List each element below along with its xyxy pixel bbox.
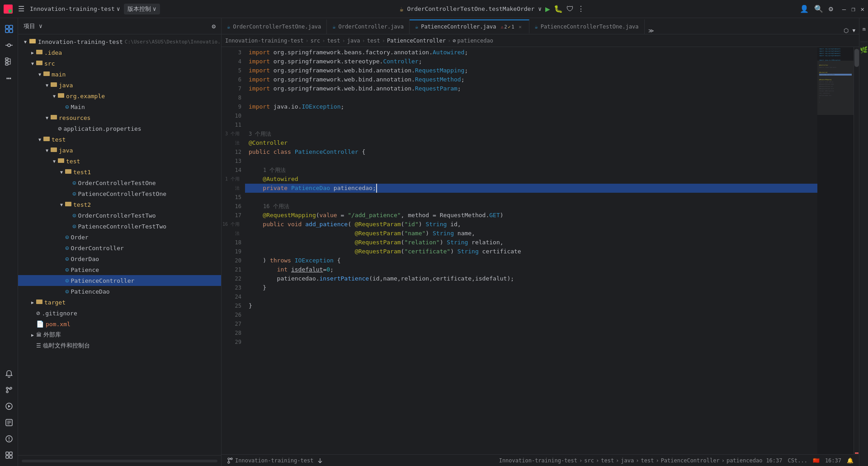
tree-item-patience-controller[interactable]: ▶ ⊙ PatienceController (18, 275, 221, 286)
tree-item-root[interactable]: ▼ Innovation-training-test C:\Users\ASUS… (18, 36, 221, 47)
warn-count: 1 (512, 24, 514, 29)
vcs-button[interactable]: 版本控制 ∨ (124, 4, 160, 14)
tree-label-temp-files: 临时文件和控制台 (43, 342, 90, 350)
tab-close-button[interactable]: ✕ (517, 24, 524, 30)
tab-order-controller[interactable]: ☕ OrderController.java (327, 19, 410, 34)
svg-rect-1 (9, 5, 12, 9)
code-line-16: private PatienceDao patiencedao; (245, 184, 817, 193)
tree-item-order-controller[interactable]: ▶ ⊙ OrderController (18, 243, 221, 253)
status-field[interactable]: patiencedao (726, 457, 762, 464)
split-editor-icon[interactable]: ⬡ (844, 27, 849, 34)
line-numbers: 3 4 5 6 7 8 9 10 11 3 个用法 12 13 14 1 个用法… (222, 47, 245, 454)
settings-button[interactable]: ⚙ (829, 5, 833, 13)
debug-button[interactable]: 🐛 (554, 5, 563, 13)
status-line-col[interactable]: 16:37 (766, 457, 782, 464)
menu-button[interactable]: ☰ (16, 3, 26, 15)
close-button[interactable]: ✕ (861, 5, 864, 13)
rs-maven-icon[interactable]: m (855, 25, 868, 33)
scrollbar-thumb[interactable] (854, 49, 859, 67)
status-vcs-sync[interactable] (317, 457, 323, 464)
tree-item-test2[interactable]: ▼ test2 (18, 199, 221, 210)
notifications-icon[interactable] (2, 366, 16, 381)
tree-item-order-controller-test-one[interactable]: ▶ ⊙ OrderControllerTestOne (18, 177, 221, 188)
tree-item-test[interactable]: ▼ test (18, 134, 221, 145)
svg-point-19 (10, 387, 12, 389)
error-marker (855, 452, 859, 454)
breadcrumb-test[interactable]: test (327, 38, 340, 44)
status-project[interactable]: Innovation-training-test (499, 457, 577, 464)
tree-item-patience-controller-test-two[interactable]: ▶ ⊙ PatienceControllerTestTwo (18, 221, 221, 232)
run-toolbar-icon[interactable] (2, 399, 16, 414)
tree-item-resources[interactable]: ▼ resources (18, 112, 221, 123)
tree-item-order-controller-test-two[interactable]: ▶ ⊙ OrderControllerTestTwo (18, 210, 221, 221)
global-search-button[interactable]: 🔍 (814, 5, 823, 13)
status-src[interactable]: src (584, 457, 594, 464)
tab-icon-order-controller: ☕ (332, 24, 335, 30)
problems-icon[interactable] (2, 432, 16, 446)
minimize-button[interactable]: — (842, 5, 846, 13)
tree-item-temp-files[interactable]: ▶ ☰ 临时文件和控制台 (18, 340, 221, 351)
tree-item-patience-controller-test-one[interactable]: ▶ ⊙ PatienceControllerTestOne (18, 188, 221, 199)
tree-item-order-dao[interactable]: ▶ ⊙ OrderDao (18, 253, 221, 264)
structure-icon[interactable] (2, 54, 16, 69)
status-controller[interactable]: PatienceController (661, 457, 720, 464)
tree-item-external-libs[interactable]: ▶ 🏛 外部库 (18, 329, 221, 340)
coverage-button[interactable]: 🛡 (566, 5, 574, 13)
svg-rect-39 (36, 61, 38, 62)
tree-label-java-test: java (59, 147, 73, 154)
tree-item-app-properties[interactable]: ▶ ⊘ application.properties (18, 123, 221, 134)
tree-item-org-example[interactable]: ▼ org.example (18, 90, 221, 101)
tabs-bar: ☕ OrderControllerTestOne.java ☕ OrderCon… (222, 18, 859, 34)
tree-item-src[interactable]: ▼ src (18, 58, 221, 69)
status-test-sub[interactable]: test (641, 457, 654, 464)
sidebar-gear-icon[interactable]: ⚙ (212, 23, 216, 30)
tab-patience-controller-test-one[interactable]: ☕ PatienceControllerTestOne.java (529, 19, 645, 34)
tree-item-test1[interactable]: ▼ test1 (18, 166, 221, 177)
code-editor[interactable]: import org.springframework.beans.factory… (245, 47, 817, 454)
tab-order-controller-test-one[interactable]: ☕ OrderControllerTestOne.java (222, 19, 327, 34)
breadcrumb-sep-2: › (322, 38, 325, 44)
status-encoding[interactable]: CSt... (788, 457, 807, 464)
tree-item-test-test[interactable]: ▼ test (18, 156, 221, 166)
maximize-button[interactable]: ❐ (851, 5, 855, 13)
sidebar-horizontal-scrollbar[interactable] (22, 460, 217, 462)
editor-scrollbar[interactable] (854, 47, 859, 454)
commit-icon[interactable] (2, 38, 16, 52)
tree-item-pom-xml[interactable]: ▶ 📄 pom.xml (18, 319, 221, 329)
tree-item-patience[interactable]: ▶ ⊙ Patience (18, 264, 221, 275)
run-button[interactable]: ▶ (545, 4, 550, 14)
more-tools-icon[interactable]: ⋯ (2, 71, 16, 85)
tree-item-gitignore[interactable]: ▶ ⊘ .gitignore (18, 308, 221, 319)
status-java[interactable]: java (621, 457, 634, 464)
more-run-options[interactable]: ⋮ (577, 5, 585, 13)
project-view-icon[interactable] (2, 22, 16, 36)
tab-patience-controller[interactable]: ☕ PatienceController.java ⚠ 2 ✓ 1 ✕ (410, 19, 529, 34)
breadcrumb-field[interactable]: ⊘patiencedao (453, 38, 493, 44)
tabs-more-button[interactable]: ≫ (645, 28, 658, 34)
status-notification-icon[interactable]: 🔔 (847, 457, 854, 464)
tree-item-main[interactable]: ▼ main (18, 69, 221, 80)
breadcrumb-java[interactable]: java (347, 38, 360, 44)
status-branch[interactable]: Innovation-training-test (227, 457, 313, 464)
tree-item-main-class[interactable]: ▶ ⊙ Main (18, 101, 221, 112)
tree-item-order[interactable]: ▶ ⊙ Order (18, 232, 221, 243)
tree-item-java[interactable]: ▼ java (18, 80, 221, 90)
tree-label-patience-controller: PatienceController (71, 277, 134, 284)
rs-spring-icon[interactable]: 🌿 (860, 46, 868, 54)
sidebar-dropdown-arrow[interactable]: ∨ (39, 23, 42, 29)
error-count-icon: ⚠ (500, 24, 503, 29)
todo-icon[interactable] (2, 415, 16, 430)
plugins-icon[interactable] (2, 448, 16, 462)
tree-item-patience-dao[interactable]: ▶ ⊙ PatienceDao (18, 286, 221, 297)
tree-item-java-test[interactable]: ▼ java (18, 145, 221, 156)
tree-item-target[interactable]: ▶ target (18, 297, 221, 308)
breadcrumb-test2[interactable]: test (367, 38, 380, 44)
breadcrumb-project[interactable]: Innovation-training-test (225, 38, 303, 44)
status-test[interactable]: test (601, 457, 614, 464)
breadcrumb-src[interactable]: src (311, 38, 321, 44)
profile-button[interactable]: 👤 (800, 5, 809, 13)
project-selector[interactable]: Innovation-training-test ∨ (30, 5, 120, 12)
git-icon[interactable] (2, 383, 16, 397)
breadcrumb-controller[interactable]: PatienceController (387, 38, 446, 44)
tree-item-idea[interactable]: ▶ .idea (18, 47, 221, 58)
